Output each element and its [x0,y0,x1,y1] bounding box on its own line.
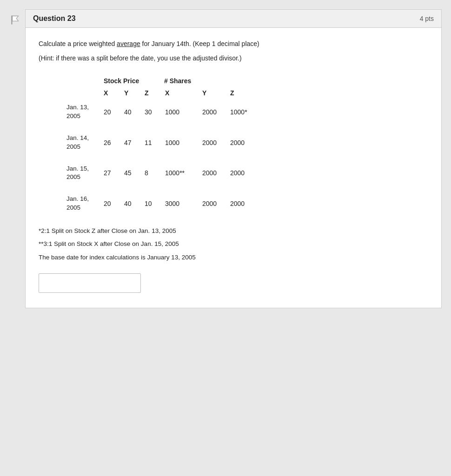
date-spacer [66,77,104,85]
cell-px: 20 [104,200,124,207]
cell-px: 27 [104,169,124,177]
instruction-2: (Hint: if there was a split before the d… [39,53,428,63]
question-points: 4 pts [420,15,434,22]
cell-sy: 2000 [202,139,230,146]
cell-sy: 2000 [202,200,230,207]
cell-sz: 2000 [230,200,258,207]
answer-input[interactable] [39,273,141,293]
table-row: Jan. 13, 2005 20 40 30 1000 2000 1000* [66,103,428,121]
cell-pz: 30 [145,108,165,116]
footnote-2: **3:1 Split on Stock X after Close on Ja… [39,239,428,249]
category-header-row: Stock Price # Shares [66,77,428,85]
col-x2-header: X [165,89,202,97]
cell-py: 40 [124,200,145,207]
table-rows: Jan. 13, 2005 20 40 30 1000 2000 1000* J… [66,103,428,212]
cell-sx: 1000** [165,169,202,177]
cell-date: Jan. 13, 2005 [66,103,104,121]
flag-icon[interactable] [9,14,23,27]
col-z1-header: Z [145,89,165,97]
cell-px: 20 [104,108,124,116]
table-row: Jan. 16, 2005 20 40 10 3000 2000 2000 [66,195,428,212]
cell-sz: 1000* [230,108,258,116]
cell-sx: 1000 [165,108,202,116]
cell-pz: 11 [145,139,165,146]
stock-price-label: Stock Price [104,77,164,85]
answer-box-container [39,273,428,293]
question-title: Question 23 [33,14,76,23]
cell-px: 26 [104,139,124,146]
footnote-3: The base date for index calculations is … [39,253,428,262]
data-table: Stock Price # Shares X Y Z X Y Z Jan. 13… [66,77,428,212]
question-card: Question 23 4 pts Calculate a price weig… [25,9,442,308]
table-row: Jan. 15, 2005 27 45 8 1000** 2000 2000 [66,165,428,182]
cell-py: 47 [124,139,145,146]
cell-date: Jan. 14, 2005 [66,134,104,152]
cell-sy: 2000 [202,108,230,116]
cell-py: 45 [124,169,145,177]
cell-sx: 1000 [165,139,202,146]
cell-sz: 2000 [230,169,258,177]
col-x1-header: X [104,89,124,97]
cell-sz: 2000 [230,139,258,146]
column-headers: X Y Z X Y Z [66,89,428,97]
col-z2-header: Z [230,89,258,97]
cell-py: 40 [124,108,145,116]
question-header: Question 23 4 pts [26,10,441,28]
shares-label: # Shares [164,77,257,85]
cell-date: Jan. 16, 2005 [66,195,104,212]
cell-pz: 8 [145,169,165,177]
col-y1-header: Y [124,89,145,97]
footnotes: *2:1 Split on Stock Z after Close on Jan… [39,226,428,262]
cell-pz: 10 [145,200,165,207]
footnote-1: *2:1 Split on Stock Z after Close on Jan… [39,226,428,236]
instruction-1: Calculate a price weighted average for J… [39,39,428,49]
cell-sx: 3000 [165,200,202,207]
table-row: Jan. 14, 2005 26 47 11 1000 2000 2000 [66,134,428,152]
page-container: Question 23 4 pts Calculate a price weig… [9,9,442,308]
question-body: Calculate a price weighted average for J… [26,28,441,308]
col-y2-header: Y [202,89,230,97]
cell-date: Jan. 15, 2005 [66,165,104,182]
cell-sy: 2000 [202,169,230,177]
